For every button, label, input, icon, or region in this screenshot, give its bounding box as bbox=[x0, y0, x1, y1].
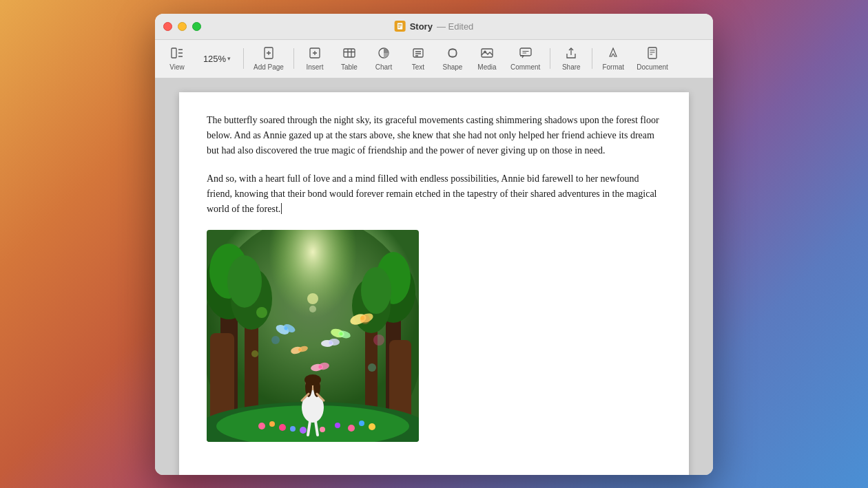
svg-point-93 bbox=[309, 306, 316, 312]
format-icon bbox=[606, 46, 620, 62]
titlebar-center: Story — Edited bbox=[395, 21, 474, 32]
insert-icon bbox=[308, 46, 322, 62]
view-label: View bbox=[169, 63, 185, 71]
svg-rect-24 bbox=[449, 50, 456, 56]
chart-button[interactable]: Chart bbox=[367, 43, 400, 74]
titlebar: Story — Edited bbox=[155, 14, 713, 40]
add-page-button[interactable]: Add Page bbox=[248, 43, 289, 74]
toolbar-divider-2 bbox=[293, 48, 294, 69]
svg-point-99 bbox=[368, 363, 376, 372]
zoom-dropdown-icon: ▾ bbox=[227, 55, 231, 62]
svg-point-94 bbox=[256, 307, 267, 318]
paragraph-2[interactable]: And so, with a heart full of love and a … bbox=[207, 171, 661, 218]
svg-point-85 bbox=[285, 326, 288, 330]
svg-rect-4 bbox=[172, 48, 176, 58]
traffic-lights bbox=[163, 22, 201, 31]
insert-label: Insert bbox=[306, 63, 323, 71]
svg-point-57 bbox=[335, 423, 340, 428]
svg-point-56 bbox=[279, 424, 286, 431]
svg-point-88 bbox=[298, 348, 301, 351]
svg-point-97 bbox=[373, 335, 384, 346]
chart-label: Chart bbox=[375, 63, 392, 71]
svg-point-55 bbox=[269, 421, 275, 427]
share-label: Share bbox=[562, 63, 581, 71]
table-button[interactable]: Table bbox=[333, 43, 366, 74]
svg-point-62 bbox=[300, 427, 307, 434]
app-window: Story — Edited View 125% ▾ bbox=[155, 14, 713, 475]
svg-point-23 bbox=[448, 49, 457, 57]
text-cursor bbox=[281, 203, 282, 214]
add-page-icon bbox=[262, 46, 276, 62]
comment-button[interactable]: Comment bbox=[505, 43, 546, 74]
text-button[interactable]: Text bbox=[402, 43, 435, 74]
svg-point-79 bbox=[340, 332, 343, 335]
text-icon bbox=[411, 46, 425, 62]
document-toolbar-icon bbox=[645, 46, 659, 62]
forest-illustration bbox=[207, 230, 419, 442]
svg-point-49 bbox=[361, 267, 391, 314]
zoom-value: 125% bbox=[203, 54, 226, 64]
shape-button[interactable]: Shape bbox=[436, 43, 469, 74]
close-button[interactable] bbox=[163, 22, 172, 31]
share-icon bbox=[564, 46, 578, 62]
window-title: Story bbox=[410, 21, 433, 32]
comment-label: Comment bbox=[510, 63, 540, 71]
svg-point-59 bbox=[359, 421, 364, 426]
share-button[interactable]: Share bbox=[555, 43, 588, 74]
svg-point-63 bbox=[320, 427, 325, 432]
svg-point-58 bbox=[348, 425, 355, 432]
format-label: Format bbox=[602, 63, 624, 71]
paragraph-2-text: And so, with a heart full of love and a … bbox=[207, 173, 657, 215]
maximize-button[interactable] bbox=[192, 22, 201, 31]
view-button[interactable]: View bbox=[161, 43, 194, 74]
svg-point-96 bbox=[271, 336, 280, 344]
svg-point-60 bbox=[369, 423, 375, 430]
toolbar-divider-4 bbox=[592, 48, 592, 69]
page[interactable]: The butterfly soared through the night s… bbox=[179, 92, 689, 475]
document-icon bbox=[395, 21, 406, 32]
document-button[interactable]: Document bbox=[631, 43, 674, 74]
edited-status: — Edited bbox=[437, 21, 473, 32]
table-icon bbox=[342, 46, 356, 62]
svg-point-61 bbox=[290, 426, 296, 432]
svg-rect-27 bbox=[520, 48, 531, 56]
table-label: Table bbox=[341, 63, 358, 71]
media-label: Media bbox=[477, 63, 496, 71]
media-button[interactable]: Media bbox=[471, 43, 504, 74]
svg-point-95 bbox=[360, 315, 370, 324]
svg-rect-31 bbox=[648, 47, 657, 59]
add-page-label: Add Page bbox=[254, 63, 284, 71]
svg-point-46 bbox=[227, 255, 262, 308]
view-icon bbox=[170, 46, 184, 62]
svg-point-82 bbox=[319, 365, 322, 368]
media-icon bbox=[480, 46, 494, 62]
document-area[interactable]: The butterfly soared through the night s… bbox=[155, 78, 713, 475]
text-label: Text bbox=[412, 63, 424, 71]
shape-label: Shape bbox=[442, 63, 462, 71]
shape-icon bbox=[446, 46, 459, 62]
paragraph-1[interactable]: The butterfly soared through the night s… bbox=[207, 113, 661, 159]
svg-point-98 bbox=[251, 350, 258, 357]
chart-icon bbox=[377, 46, 391, 62]
document-label: Document bbox=[637, 63, 668, 71]
zoom-control[interactable]: 125% ▾ bbox=[195, 43, 239, 74]
minimize-button[interactable] bbox=[178, 22, 187, 31]
format-button[interactable]: Format bbox=[597, 43, 630, 74]
svg-point-54 bbox=[258, 423, 265, 429]
svg-point-92 bbox=[307, 293, 318, 304]
svg-rect-0 bbox=[397, 23, 403, 30]
toolbar-divider-3 bbox=[550, 48, 550, 69]
comment-icon bbox=[519, 46, 533, 62]
svg-rect-14 bbox=[344, 49, 355, 57]
toolbar-divider-1 bbox=[243, 48, 244, 69]
svg-point-91 bbox=[329, 341, 333, 344]
toolbar: View 125% ▾ Add Page bbox=[155, 40, 713, 78]
insert-button[interactable]: Insert bbox=[298, 43, 331, 74]
